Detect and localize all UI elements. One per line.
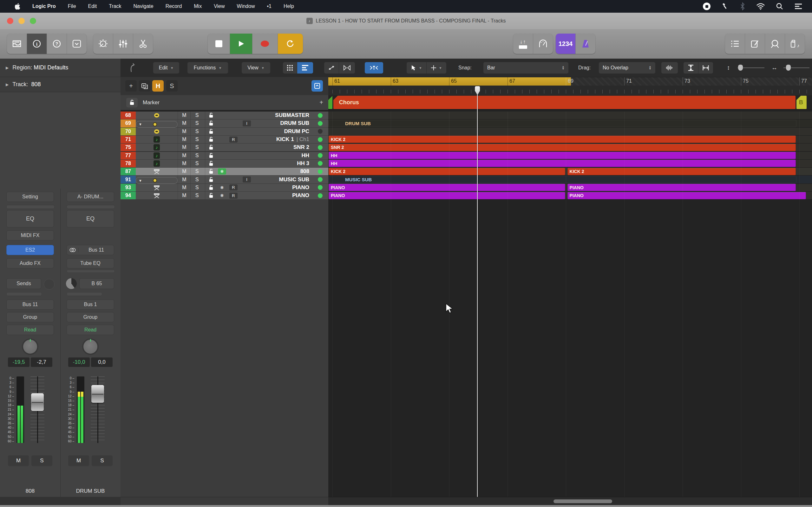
undo-arrow-icon[interactable] [130,62,138,73]
marker-lane[interactable]: ChorusB [328,95,812,110]
snap-dropdown[interactable]: Bar▲▼ [484,62,568,73]
strip1-output-button[interactable]: Bus 11 [6,299,54,309]
cycle-button[interactable] [278,34,303,54]
disclosure-pill[interactable]: ▼ [136,177,177,184]
quick-help-button[interactable]: ? [47,34,67,54]
track-lane[interactable]: PIANOPIANO [328,192,812,200]
strip2-output-button[interactable]: Bus 1 [67,299,114,309]
strip1-volume-fader[interactable] [31,377,44,443]
folder-summary-region[interactable]: MUSIC SUB [328,176,797,183]
count-in-button[interactable]: 1234 [556,34,576,54]
catch-playhead-button[interactable] [365,62,383,73]
lock-icon[interactable] [205,112,217,119]
horizontal-zoom-slider[interactable] [783,67,809,68]
record-ready-dot[interactable] [318,129,322,134]
mute-button[interactable]: M [177,128,191,135]
freeze-button[interactable] [216,152,228,159]
mute-button[interactable]: M [177,168,191,175]
freeze-button[interactable] [216,112,228,119]
solo-button[interactable]: S [190,168,203,175]
strip2-input-button[interactable]: Bus 11 [67,245,114,255]
strip2-send-button[interactable]: B 65 [79,278,114,289]
track-lane[interactable]: MUSIC SUB [328,176,812,183]
list-view-button[interactable] [297,62,313,73]
track-name[interactable]: MUSIC SUB [279,176,309,183]
track-name[interactable]: DRUM SUB [280,119,309,127]
track-row[interactable]: 93MS❄RPIANO [120,184,328,192]
track-row[interactable]: 94MS❄RPIANO [120,192,328,200]
strip2-setting-button[interactable]: A- DRUM... [67,192,114,202]
menu-item-edit[interactable]: Edit [82,0,103,13]
strip2-pan-knob[interactable] [82,338,99,355]
freeze-button[interactable] [216,160,228,167]
track-lane[interactable]: SNR 2 [328,144,812,152]
mute-button[interactable]: M [177,135,191,143]
record-ready-dot[interactable] [318,153,322,158]
solo-button[interactable]: S [190,160,203,167]
freeze-button[interactable] [216,176,228,183]
solo-button[interactable]: S [190,184,203,191]
tools-icon[interactable] [721,3,729,10]
hide-tracks-button[interactable]: H [152,80,164,92]
record-ready-dot[interactable] [318,113,322,118]
mute-button[interactable]: M [177,152,191,159]
lock-icon[interactable] [126,98,138,107]
track-row[interactable]: 91▼MSIMUSIC SUB [120,176,328,183]
record-ready-dot[interactable] [318,169,322,174]
mute-button[interactable]: M [177,160,191,167]
region-kick-2[interactable]: KICK 2 [567,168,796,175]
track-row[interactable]: 75♪MSSNR 2 [120,144,328,152]
stop-button[interactable] [208,34,230,54]
strip2-group-button[interactable]: Group [67,312,114,322]
region-piano[interactable]: PIANO [567,192,806,199]
track-name[interactable]: DRUM PC [284,128,309,135]
smart-controls-button[interactable] [93,34,113,54]
track-name[interactable]: SUBMASTER [275,112,309,119]
disclosure-triangle-icon[interactable]: ▼ [139,122,142,126]
record-ready-dot[interactable] [318,137,322,142]
disclosure-pill[interactable]: ▼ [136,121,177,128]
lock-icon[interactable] [205,168,217,175]
strip1-automation-button[interactable]: Read [6,325,54,335]
track-row[interactable]: 71♪MSRKICK 1| Ch1 [120,135,328,144]
record-ready-dot[interactable] [318,161,322,166]
strip2-automation-button[interactable]: Read [67,325,114,335]
lock-icon[interactable] [205,176,217,183]
record-enable-button[interactable]: R [228,184,239,191]
strip2-eq-button[interactable]: EQ [67,210,114,228]
track-row[interactable]: 68MSSUBMASTER [120,112,328,119]
edit-menu-button[interactable]: Edit▼ [153,62,179,73]
lock-icon[interactable] [205,119,217,127]
lock-icon[interactable] [205,160,217,167]
punch-button[interactable]: ↓↑ [513,34,533,54]
region-snr-2[interactable]: SNR 2 [328,144,796,151]
track-inspector-header[interactable]: ▶ Track: 808 [0,77,120,92]
browsers-button[interactable]: ♪ [785,34,805,54]
screen-recording-icon[interactable] [703,3,711,10]
record-enable-button[interactable]: R [228,192,239,199]
tuner-button[interactable] [533,34,553,54]
menu-item-navigate[interactable]: Navigate [128,0,159,13]
waveform-zoom-button[interactable] [661,62,678,73]
strip1-instrument-button[interactable]: ES2 [6,245,54,255]
solo-button[interactable]: S [190,119,203,127]
library-button[interactable] [7,34,27,54]
mute-button[interactable]: M [177,192,191,199]
solo-button[interactable]: S [190,112,203,119]
list-editors-button[interactable] [725,34,745,54]
solo-button[interactable]: S [190,144,203,151]
solo-button[interactable]: S [190,128,203,135]
editors-button[interactable] [133,34,153,54]
strip2-audio-fx-button[interactable]: Tube EQ [67,258,114,268]
solo-button[interactable]: S [190,135,203,143]
vertical-zoom-slider[interactable] [738,67,764,68]
menu-item-logic-pro[interactable]: Logic Pro [26,0,62,13]
record-ready-dot[interactable] [318,177,322,182]
horizontal-scrollbar[interactable] [328,497,812,505]
strip1-sends-button[interactable]: Sends [6,278,41,289]
strip1-volume-value[interactable]: -19,5 [8,357,30,367]
marker-chorus[interactable]: Chorus [334,96,796,109]
strip2-solo-button[interactable]: S [92,455,113,466]
bluetooth-icon[interactable] [740,2,745,10]
marker-b[interactable]: B [797,96,807,109]
